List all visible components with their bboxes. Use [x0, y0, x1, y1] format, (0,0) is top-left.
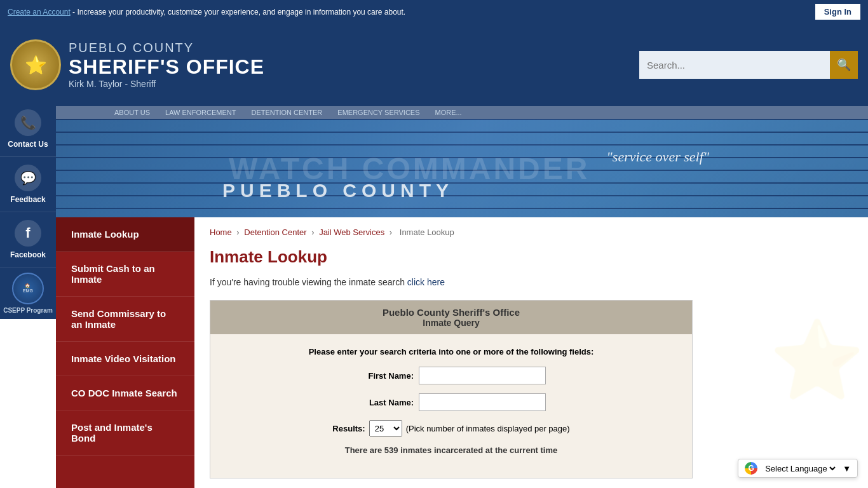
sign-in-button[interactable]: Sign In — [815, 4, 860, 20]
inmate-form-container: Pueblo County Sheriff's Office Inmate Qu… — [210, 300, 693, 478]
nav-item-more[interactable]: MORE... — [435, 109, 462, 116]
language-select[interactable]: Select Language English Spanish French — [763, 463, 837, 474]
breadcrumb-sep3: › — [390, 227, 395, 237]
feedback-label: Feedback — [10, 195, 45, 204]
breadcrumb-jail-web[interactable]: Jail Web Services — [319, 227, 384, 237]
first-name-row: First Name: — [223, 367, 679, 384]
office-name: SHERIFF'S OFFICE — [69, 55, 264, 79]
intro-text-content: If you're having trouble viewing the inm… — [210, 277, 407, 287]
nav-post-bond[interactable]: Post and Inmate's Bond — [56, 410, 194, 456]
dropdown-arrow-icon: ▼ — [843, 464, 851, 473]
nav-item-detention[interactable]: DETENTION CENTER — [251, 109, 322, 116]
search-input[interactable] — [639, 51, 830, 79]
results-suffix: (Pick number of inmates displayed per pa… — [406, 424, 570, 433]
sheriff-name: Kirk M. Taylor - Sheriff — [69, 79, 264, 89]
nav-item-emergency[interactable]: EMERGENCY SERVICES — [337, 109, 419, 116]
form-instruction: Please enter your search criteria into o… — [223, 347, 679, 356]
breadcrumb-home[interactable]: Home — [210, 227, 232, 237]
breadcrumb-sep1: › — [236, 227, 241, 237]
facebook-button[interactable]: f Facebook — [0, 212, 56, 268]
inmate-count: There are 539 inmates incarcerated at th… — [223, 445, 679, 455]
csepp-logo-icon: 🏠EMG — [12, 273, 44, 304]
top-bar-text: - Increase your productivity, customize … — [72, 8, 405, 17]
form-header: Pueblo County Sheriff's Office Inmate Qu… — [210, 301, 692, 334]
side-buttons: 📞 Contact Us 💬 Feedback f Facebook 🏠EMG … — [0, 102, 56, 319]
nav-video-visitation[interactable]: Inmate Video Visitation — [56, 342, 194, 376]
hero-banner: "service over self" PUEBLO COUNTY WATCH … — [0, 119, 868, 217]
breadcrumb-current: Inmate Lookup — [400, 227, 454, 237]
nav-submit-cash[interactable]: Submit Cash to an Inmate — [56, 252, 194, 297]
nav-send-commissary[interactable]: Send Commissary to an Inmate — [56, 297, 194, 342]
csepp-button[interactable]: 🏠EMG CSEPP Program — [0, 268, 56, 319]
nav-bar: ABOUT US LAW ENFORCEMENT DETENTION CENTE… — [0, 106, 868, 119]
first-name-input[interactable] — [419, 367, 546, 384]
hero-commander-text: WATCH COMMANDER — [229, 151, 590, 186]
google-logo: G — [745, 462, 757, 475]
county-name: PUEBLO COUNTY — [69, 41, 264, 55]
csepp-label: CSEPP Program — [3, 307, 53, 314]
phone-icon: 📞 — [15, 109, 41, 136]
create-account-link[interactable]: Create an Account — [8, 8, 71, 17]
nav-item-about[interactable]: ABOUT US — [114, 109, 150, 116]
breadcrumb-sep2: › — [311, 227, 316, 237]
content-area: ⭐ Home › Detention Center › Jail Web Ser… — [194, 217, 868, 488]
search-icon: 🔍 — [837, 58, 851, 72]
feedback-button[interactable]: 💬 Feedback — [0, 157, 56, 212]
search-button[interactable]: 🔍 — [830, 51, 858, 79]
logo-area: ⭐ PUEBLO COUNTY SHERIFF'S OFFICE Kirk M.… — [10, 39, 264, 90]
breadcrumb: Home › Detention Center › Jail Web Servi… — [210, 227, 853, 237]
hero-motto: "service over self" — [607, 149, 709, 165]
nav-item-law[interactable]: LAW ENFORCEMENT — [165, 109, 236, 116]
select-language[interactable]: G Select Language English Spanish French… — [738, 459, 858, 478]
contact-us-button[interactable]: 📞 Contact Us — [0, 102, 56, 157]
contact-us-label: Contact Us — [8, 140, 48, 149]
form-body: Please enter your search criteria into o… — [210, 334, 692, 468]
top-bar: Create an Account - Increase your produc… — [0, 0, 868, 24]
nav-inmate-lookup[interactable]: Inmate Lookup — [56, 217, 194, 252]
search-area: 🔍 — [639, 51, 858, 79]
main-layout: Inmate Lookup Submit Cash to an Inmate S… — [0, 217, 868, 488]
facebook-label: Facebook — [10, 250, 46, 259]
logo-text: PUEBLO COUNTY SHERIFF'S OFFICE Kirk M. T… — [69, 41, 264, 89]
last-name-input[interactable] — [419, 393, 546, 411]
breadcrumb-detention[interactable]: Detention Center — [244, 227, 306, 237]
facebook-icon: f — [15, 220, 41, 247]
page-title: Inmate Lookup — [210, 247, 853, 267]
intro-text: If you're having trouble viewing the inm… — [210, 277, 853, 287]
results-label: Results: — [332, 424, 365, 433]
click-here-link[interactable]: click here — [407, 277, 445, 287]
header: ⭐ PUEBLO COUNTY SHERIFF'S OFFICE Kirk M.… — [0, 24, 868, 106]
first-name-label: First Name: — [356, 371, 414, 381]
last-name-label: Last Name: — [356, 398, 414, 407]
feedback-icon: 💬 — [15, 165, 41, 191]
left-navigation: Inmate Lookup Submit Cash to an Inmate S… — [56, 217, 194, 488]
form-subtitle: Inmate Query — [217, 318, 686, 328]
results-row: Results: 10 25 50 100 (Pick number of in… — [223, 420, 679, 437]
last-name-row: Last Name: — [223, 393, 679, 411]
results-select[interactable]: 10 25 50 100 — [369, 420, 402, 437]
sheriff-badge-icon: ⭐ — [10, 39, 61, 90]
badge-star: ⭐ — [25, 55, 47, 76]
nav-co-doc[interactable]: CO DOC Inmate Search — [56, 376, 194, 410]
form-title: Pueblo County Sheriff's Office — [217, 307, 686, 318]
